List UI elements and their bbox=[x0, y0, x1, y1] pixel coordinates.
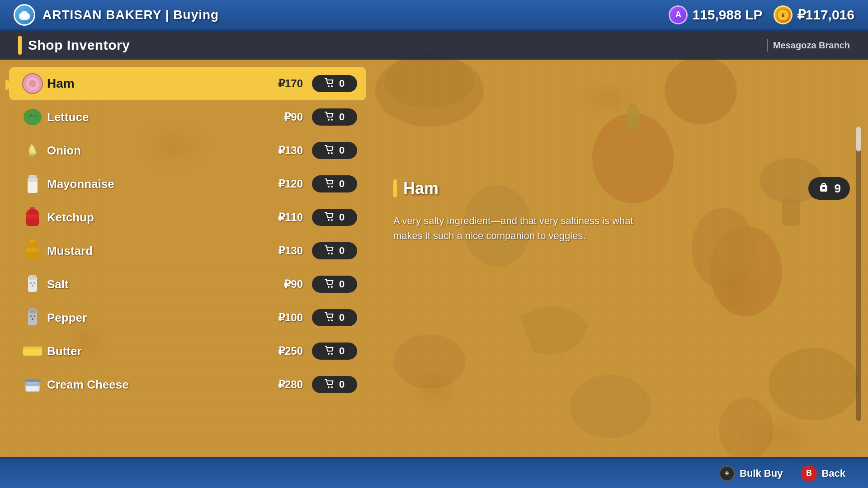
svg-point-75 bbox=[328, 386, 330, 388]
item-price-mustard: ₽130 bbox=[267, 244, 303, 257]
cart-icon-cream-cheese bbox=[325, 379, 335, 390]
lp-icon: A bbox=[669, 5, 688, 24]
header-bar: ARTISAN BAKERY | Buying A 115,988 LP ¥ ₽… bbox=[0, 0, 868, 31]
item-icon-lettuce bbox=[18, 107, 47, 127]
money-value: ₽117,016 bbox=[797, 7, 854, 23]
section-title-left: Shop Inventory bbox=[18, 36, 130, 55]
lp-value: 115,988 LP bbox=[692, 7, 762, 23]
cart-icon-salt bbox=[325, 279, 335, 290]
cart-badge-salt: 0 bbox=[312, 276, 357, 293]
header-right: A 115,988 LP ¥ ₽117,016 bbox=[669, 5, 854, 24]
shop-inventory-panel: ▶ Ham ₽170 bbox=[0, 60, 375, 457]
svg-point-48 bbox=[331, 253, 333, 254]
svg-point-25 bbox=[331, 85, 333, 87]
item-icon-mayonnaise bbox=[18, 173, 47, 195]
svg-rect-78 bbox=[822, 187, 825, 189]
item-name-cream-cheese: Cream Cheese bbox=[47, 378, 267, 392]
item-icon-cream-cheese bbox=[18, 375, 47, 394]
item-icon-salt bbox=[18, 273, 47, 296]
svg-text:¥: ¥ bbox=[781, 12, 784, 19]
svg-point-16 bbox=[19, 13, 24, 18]
list-item-butter[interactable]: Butter ₽250 0 bbox=[9, 334, 366, 368]
cart-count-pepper: 0 bbox=[339, 312, 344, 324]
svg-rect-46 bbox=[26, 248, 39, 252]
svg-rect-51 bbox=[29, 277, 36, 280]
list-item-ketchup[interactable]: Ketchup ₽110 0 bbox=[9, 201, 366, 234]
back-label: Back bbox=[821, 468, 845, 479]
svg-point-63 bbox=[328, 319, 330, 321]
branch-name: Mesagoza Branch bbox=[773, 40, 850, 51]
svg-point-60 bbox=[30, 315, 32, 317]
item-price-ketchup: ₽110 bbox=[267, 211, 303, 224]
title-accent-bar bbox=[18, 36, 22, 55]
cart-icon-mustard bbox=[325, 245, 335, 257]
cart-icon-lettuce bbox=[325, 112, 335, 123]
svg-point-52 bbox=[30, 282, 32, 284]
bottom-action-bar: + Bulk Buy B Back bbox=[0, 457, 868, 488]
cart-badge-pepper: 0 bbox=[312, 309, 357, 326]
cart-count-mayonnaise: 0 bbox=[339, 178, 344, 190]
cart-count-cream-cheese: 0 bbox=[339, 379, 344, 390]
detail-title-row: Ham 9 bbox=[393, 177, 850, 200]
list-item-mayonnaise[interactable]: Mayonnaise ₽120 0 bbox=[9, 167, 366, 201]
cart-count-onion: 0 bbox=[339, 145, 344, 156]
list-item-salt[interactable]: Salt ₽90 0 bbox=[9, 267, 366, 301]
cart-badge-ketchup: 0 bbox=[312, 209, 357, 226]
svg-rect-72 bbox=[26, 382, 39, 385]
svg-rect-67 bbox=[25, 349, 40, 350]
item-name-mayonnaise: Mayonnaise bbox=[47, 177, 267, 191]
item-price-pepper: ₽100 bbox=[267, 311, 303, 324]
back-button[interactable]: B Back bbox=[801, 465, 845, 482]
svg-point-30 bbox=[328, 152, 330, 154]
cart-icon-butter bbox=[325, 346, 335, 357]
cart-count-butter: 0 bbox=[339, 345, 344, 357]
list-item-ham[interactable]: ▶ Ham ₽170 bbox=[9, 67, 366, 100]
selected-arrow: ▶ bbox=[5, 75, 17, 92]
bulk-buy-icon: + bbox=[719, 465, 735, 482]
cart-badge-onion: 0 bbox=[312, 142, 357, 159]
items-list: ▶ Ham ₽170 bbox=[9, 67, 366, 401]
list-item-pepper[interactable]: Pepper ₽100 0 bbox=[9, 301, 366, 334]
cart-count-ketchup: 0 bbox=[339, 211, 344, 223]
money-display: ¥ ₽117,016 bbox=[774, 5, 854, 24]
svg-point-35 bbox=[328, 186, 330, 188]
bulk-buy-label: Bulk Buy bbox=[740, 468, 783, 479]
item-detail-panel: Ham 9 A very salty ingredient—and that v… bbox=[375, 60, 868, 457]
item-icon-ham bbox=[18, 73, 47, 94]
detail-stock-badge: 9 bbox=[808, 177, 850, 200]
cart-icon-onion bbox=[325, 145, 335, 156]
svg-point-36 bbox=[331, 186, 333, 188]
cart-icon-pepper bbox=[325, 312, 335, 324]
branch-divider bbox=[767, 39, 768, 52]
detail-description: A very salty ingredient—and that very sa… bbox=[393, 213, 665, 243]
svg-point-17 bbox=[25, 13, 30, 18]
svg-point-24 bbox=[328, 85, 330, 87]
list-item-lettuce[interactable]: Lettuce ₽90 0 bbox=[9, 100, 366, 134]
header-title: ARTISAN BAKERY | Buying bbox=[42, 8, 219, 22]
item-name-ketchup: Ketchup bbox=[47, 211, 267, 225]
detail-title-left: Ham bbox=[393, 179, 439, 198]
cart-badge-lettuce: 0 bbox=[312, 108, 357, 126]
svg-point-47 bbox=[328, 253, 330, 254]
list-item-onion[interactable]: Onion ₽130 0 bbox=[9, 134, 366, 167]
detail-item-name: Ham bbox=[403, 179, 439, 198]
svg-point-55 bbox=[328, 286, 330, 288]
svg-point-68 bbox=[328, 353, 330, 355]
item-icon-mustard bbox=[18, 239, 47, 262]
stock-icon bbox=[817, 181, 830, 196]
svg-point-62 bbox=[32, 318, 33, 320]
item-name-mustard: Mustard bbox=[47, 244, 267, 258]
cart-icon-ketchup bbox=[325, 212, 335, 223]
svg-point-42 bbox=[331, 219, 333, 221]
bulk-buy-button[interactable]: + Bulk Buy bbox=[719, 465, 783, 482]
cart-icon-ham bbox=[325, 78, 335, 89]
main-content: ▶ Ham ₽170 bbox=[0, 60, 868, 457]
item-name-ham: Ham bbox=[47, 76, 267, 91]
svg-point-41 bbox=[328, 219, 330, 221]
item-name-salt: Salt bbox=[47, 277, 267, 291]
list-item-cream-cheese[interactable]: Cream Cheese ₽280 0 bbox=[9, 368, 366, 401]
cart-badge-ham: 0 bbox=[312, 75, 357, 92]
svg-point-76 bbox=[331, 386, 333, 388]
list-item-mustard[interactable]: Mustard ₽130 0 bbox=[9, 234, 366, 267]
bakery-icon bbox=[14, 4, 35, 26]
